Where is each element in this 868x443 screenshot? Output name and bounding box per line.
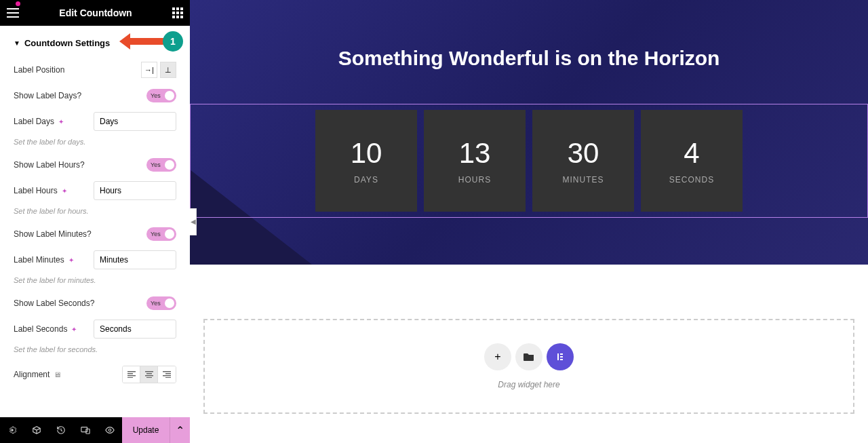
collapse-sidebar-button[interactable]: ◀ [190,208,197,235]
notification-dot [16,1,20,6]
update-button[interactable]: Update [122,417,170,443]
input-label-hours[interactable] [94,181,176,200]
svg-rect-7 [146,377,152,378]
align-left-button[interactable] [123,366,140,383]
toggle-show-minutes[interactable]: Yes [146,227,176,241]
responsive-icon[interactable] [73,417,98,443]
row-label-position: Label Position →| ⊥ [0,56,190,83]
svg-rect-6 [145,375,153,377]
menu-icon[interactable] [7,8,19,18]
svg-rect-0 [127,371,136,372]
dropzone[interactable]: + Drag widget here [203,319,854,414]
globe-icon[interactable]: ✦ [71,326,77,333]
svg-rect-5 [146,373,152,374]
section-title: Countdown Settings [24,38,110,48]
toggle-show-days[interactable]: Yes [146,89,176,102]
countdown-days: 10 DAYS [315,110,417,212]
svg-rect-2 [127,375,136,377]
svg-rect-1 [127,373,133,374]
globe-icon[interactable]: ✦ [68,256,74,264]
callout-badge: 1 [163,31,183,52]
preview-icon[interactable] [98,417,122,443]
svg-rect-9 [165,373,171,374]
caret-down-icon: ▼ [14,39,20,47]
history-icon[interactable] [49,417,73,443]
row-show-days: Show Label Days? Yes [0,83,190,108]
countdown-hours: 13 HOURS [424,110,526,212]
svg-rect-3 [127,377,133,378]
settings-icon[interactable] [0,417,24,443]
input-label-seconds[interactable] [94,320,176,339]
hero-section[interactable]: Something Wonderful is on the Horizon 10… [190,0,868,265]
svg-rect-4 [145,371,153,372]
callout-arrow: 1 [119,31,183,52]
row-label-hours: Label Hours✦ [0,177,190,204]
row-show-seconds: Show Label Seconds? Yes [0,291,190,315]
toggle-show-hours[interactable]: Yes [146,158,176,172]
folder-button[interactable] [515,343,542,370]
svg-rect-8 [163,371,171,372]
svg-rect-10 [163,375,171,377]
sidebar-footer: Update ⌃ [0,417,190,443]
align-center-button[interactable] [140,366,158,383]
globe-icon[interactable]: ✦ [58,118,64,126]
row-label-days: Label Days✦ [0,108,190,135]
globe-icon[interactable]: ✦ [62,187,67,195]
toggle-show-seconds[interactable]: Yes [146,296,176,310]
apps-icon[interactable] [172,7,183,18]
sidebar-body: ▼ Countdown Settings 1 Label Position →|… [0,26,190,417]
row-show-minutes: Show Label Minutes? Yes [0,222,190,246]
input-label-days[interactable] [94,112,176,131]
help-seconds: Set the label for seconds. [0,343,190,360]
position-inline-button[interactable]: →| [141,62,157,78]
dropzone-text: Drag widget here [498,380,559,389]
input-label-minutes[interactable] [94,250,176,269]
svg-rect-11 [165,377,171,378]
elementor-button[interactable] [547,343,574,370]
canvas: Something Wonderful is on the Horizon 10… [190,0,868,443]
sidebar: Edit Countdown ▼ Countdown Settings 1 La… [0,0,190,443]
countdown-widget[interactable]: 10 DAYS 13 HOURS 30 MINUTES 4 SECONDS [190,104,868,218]
sidebar-header: Edit Countdown [0,0,190,26]
row-label-seconds: Label Seconds✦ [0,315,190,343]
hero-title: Something Wonderful is on the Horizon [338,47,720,70]
countdown-seconds: 4 SECONDS [641,110,743,212]
countdown-minutes: 30 MINUTES [532,110,634,212]
help-minutes: Set the label for minutes. [0,273,190,291]
add-widget-button[interactable]: + [484,343,511,370]
svg-rect-13 [86,429,90,434]
navigator-icon[interactable] [24,417,49,443]
row-label-minutes: Label Minutes✦ [0,246,190,273]
row-show-hours: Show Label Hours? Yes [0,153,190,177]
svg-point-14 [108,429,111,431]
desktop-icon[interactable]: 🖥 [54,370,61,379]
help-hours: Set the label for hours. [0,204,190,222]
row-alignment: Alignment🖥 [0,360,190,389]
update-options-button[interactable]: ⌃ [170,417,190,443]
align-right-button[interactable] [158,366,176,383]
help-days: Set the label for days. [0,135,190,153]
sidebar-title: Edit Countdown [19,7,172,18]
section-countdown-settings[interactable]: ▼ Countdown Settings 1 [0,26,190,56]
position-below-button[interactable]: ⊥ [160,62,176,78]
